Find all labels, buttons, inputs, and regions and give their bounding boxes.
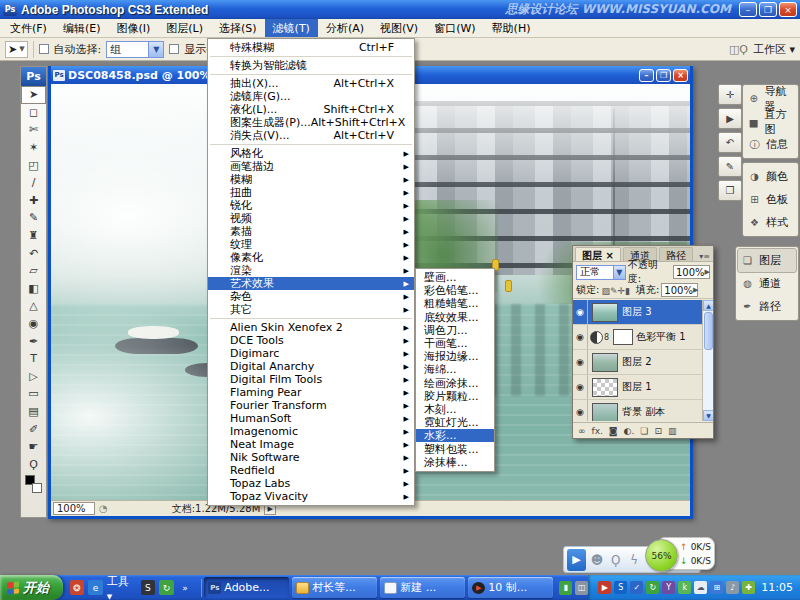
artistic-submenu-item-8[interactable]: 绘画涂抹... (416, 377, 494, 390)
clock[interactable]: 11:05 (761, 581, 793, 594)
filter-menu-item-33[interactable]: Neat Image▶ (208, 438, 414, 451)
layer-thumbnail[interactable] (592, 353, 618, 372)
restore-button[interactable]: ❐ (759, 2, 777, 17)
scroll-up-icon[interactable]: ▲ (703, 300, 713, 311)
media-player-tray-icon[interactable]: ▶ (598, 581, 611, 594)
auto-select-dropdown[interactable]: 组 ▼ (106, 41, 164, 58)
tool-presets-panel-button[interactable]: ✛ (718, 84, 742, 105)
layer-name[interactable]: 背景 副本 (622, 405, 665, 419)
minimize-button[interactable]: – (739, 2, 757, 17)
adjustment-layer-button[interactable]: ◐. (624, 426, 635, 436)
usb-device-icon[interactable]: ▮ (559, 581, 572, 595)
layer-name[interactable]: 图层 2 (622, 355, 652, 369)
clone-source-panel-button[interactable]: ❐ (718, 180, 742, 201)
lasso-tool[interactable]: ✄ (21, 121, 46, 139)
healing-brush-tool[interactable]: ✚ (21, 192, 46, 210)
scrollbar-thumb[interactable] (704, 312, 713, 350)
update-tray-icon[interactable]: ✚ (742, 581, 755, 594)
lock-all-icon[interactable]: ▮ (625, 286, 630, 296)
pen-tool[interactable]: ✒ (21, 332, 46, 350)
refresh-app-icon[interactable]: ↻ (159, 580, 174, 595)
filter-menu-item-22[interactable]: 其它▶ (208, 303, 414, 316)
eyedropper-tool[interactable]: ✐ (21, 420, 46, 438)
color-swatches[interactable] (21, 473, 46, 495)
blend-mode-dropdown[interactable]: 正常 ▼ (576, 265, 626, 280)
layer-row-3[interactable]: ◉图层 1 (573, 375, 713, 400)
fill-field[interactable]: 100% ▶ (661, 283, 698, 297)
doc-close-button[interactable]: × (673, 69, 688, 82)
menu-item-7[interactable]: 视图(V) (372, 19, 426, 37)
menu-item-5[interactable]: 滤镜(T) (265, 19, 318, 37)
rectangular-marquee-tool[interactable]: ◻ (21, 104, 46, 122)
show-transform-checkbox[interactable] (169, 44, 179, 54)
menu-item-9[interactable]: 帮助(H) (484, 19, 539, 37)
crop-tool[interactable]: ◰ (21, 156, 46, 174)
layer-row-2[interactable]: ◉图层 2 (573, 350, 713, 375)
layer-style-button[interactable]: fx. (592, 426, 603, 436)
layer-mask-button[interactable]: ◙ (609, 426, 618, 436)
filter-menu-item-28[interactable]: Digital Film Tools▶ (208, 373, 414, 386)
taskbar-task-1[interactable]: 村长等... (292, 577, 377, 598)
move-tool[interactable]: ➤ (21, 86, 46, 104)
visibility-eye-icon[interactable]: ◉ (573, 350, 588, 374)
artistic-submenu-item-5[interactable]: 干画笔... (416, 337, 494, 350)
layer-thumbnail[interactable] (592, 303, 618, 322)
menu-item-3[interactable]: 图层(L) (158, 19, 211, 37)
filter-menu-item-30[interactable]: Fourier Transform▶ (208, 399, 414, 412)
menu-item-1[interactable]: 编辑(E) (55, 19, 109, 37)
magic-wand-tool[interactable]: ✶ (21, 139, 46, 157)
filter-menu-item-2[interactable]: 转换为智能滤镜 (208, 59, 414, 72)
new-layer-button[interactable]: ⊡ (654, 426, 662, 436)
visibility-eye-icon[interactable]: ◉ (573, 375, 588, 399)
layer-thumbnail[interactable] (592, 403, 618, 422)
s-app-icon[interactable]: S (141, 580, 156, 595)
filter-menu-item-35[interactable]: Redfield▶ (208, 464, 414, 477)
layer-name[interactable]: 图层 1 (622, 380, 652, 394)
start-button[interactable]: 开始 (0, 575, 63, 600)
background-color-swatch[interactable] (32, 483, 42, 493)
s-tray-icon[interactable]: S (614, 581, 627, 594)
layers-scrollbar[interactable]: ▲ ▼ (702, 300, 713, 421)
type-tool[interactable]: T (21, 350, 46, 368)
volume-tray-icon[interactable]: ♪ (726, 581, 739, 594)
artistic-submenu-item-2[interactable]: 粗糙蜡笔... (416, 297, 494, 310)
opacity-field[interactable]: 100% ▶ (673, 265, 710, 279)
filter-menu-item-31[interactable]: HumanSoft▶ (208, 412, 414, 425)
y-tray-icon[interactable]: Y (662, 581, 675, 594)
taskbar-task-2[interactable]: 新建 ... (380, 577, 465, 598)
layers-panel-tab-0[interactable]: 图层 × (575, 247, 621, 261)
panel-menu-icon[interactable]: ▾≡ (699, 252, 713, 261)
artistic-submenu-item-0[interactable]: 壁画... (416, 271, 494, 284)
lock-move-icon[interactable]: ✛ (617, 286, 625, 296)
filter-menu-item-32[interactable]: Imagenomic▶ (208, 425, 414, 438)
artistic-submenu-item-6[interactable]: 海报边缘... (416, 350, 494, 363)
blur-tool[interactable]: △ (21, 297, 46, 315)
play-icon[interactable]: ▶ (567, 549, 586, 571)
artistic-submenu-item-3[interactable]: 底纹效果... (416, 311, 494, 324)
ie-icon[interactable]: e (88, 580, 103, 595)
memory-percent-badge[interactable]: 56% (645, 539, 678, 572)
doc-restore-button[interactable]: ❐ (656, 69, 671, 82)
k-tray-icon[interactable]: k (678, 581, 691, 594)
clone-stamp-tool[interactable]: ♜ (21, 227, 46, 245)
menu-item-2[interactable]: 图像(I) (108, 19, 158, 37)
dock-panel-styles[interactable]: ❖样式 (745, 211, 796, 234)
tools-menu[interactable]: 工具 ▼ (107, 574, 137, 600)
search-icon[interactable]: Ϙ (608, 550, 623, 569)
filter-menu-item-29[interactable]: Flaming Pear▶ (208, 386, 414, 399)
refresh-tray-icon[interactable]: ↻ (646, 581, 659, 594)
link-layers-button[interactable]: ∞ (578, 426, 586, 436)
artistic-submenu-item-12[interactable]: 水彩... (416, 429, 494, 442)
eraser-tool[interactable]: ▱ (21, 262, 46, 280)
brush-tool[interactable]: ✎ (21, 209, 46, 227)
dock-panel-swatches[interactable]: ⊞色板 (745, 188, 796, 211)
filter-menu-item-36[interactable]: Topaz Labs▶ (208, 477, 414, 490)
auto-select-checkbox[interactable] (39, 44, 49, 54)
layer-name[interactable]: 色彩平衡 1 (636, 330, 686, 344)
zoom-tool[interactable]: Ϙ (21, 455, 46, 473)
hardware-icon[interactable]: ◫ (575, 581, 588, 595)
history-panel-button[interactable]: ↶ (718, 132, 742, 153)
history-brush-tool[interactable]: ↶ (21, 244, 46, 262)
filter-menu-item-27[interactable]: Digital Anarchy▶ (208, 360, 414, 373)
layer-row-1[interactable]: ◉8色彩平衡 1 (573, 325, 713, 350)
